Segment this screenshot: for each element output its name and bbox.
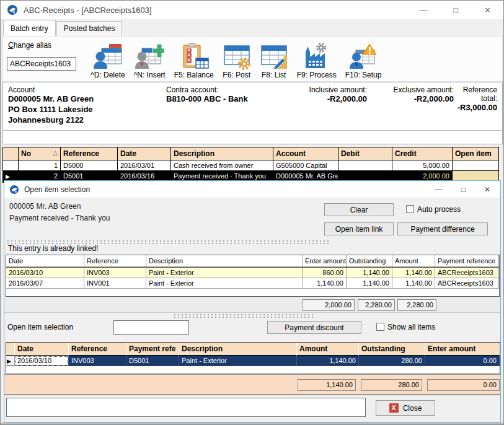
cell-no[interactable]: 1 [19, 160, 61, 171]
tab-batch-entry[interactable]: Batch entry [3, 20, 56, 36]
row-selector[interactable] [2, 160, 19, 171]
col-account[interactable]: Account [273, 147, 338, 160]
cell-date[interactable]: 2016/03/01 [118, 160, 171, 171]
cell-debit[interactable] [338, 160, 392, 171]
open-item-selection-bar: Open item selection Payment discount Sho… [4, 318, 500, 342]
col-outstanding[interactable]: Outstanding [359, 343, 425, 356]
col-reference[interactable]: Reference [61, 147, 118, 160]
show-all-items-checkbox[interactable] [376, 323, 384, 331]
reference-total-label: Reference total: [454, 85, 497, 103]
col-date[interactable]: Date [118, 147, 171, 160]
col-outstanding[interactable]: Outstanding [347, 255, 392, 267]
splitter-handle[interactable] [173, 313, 314, 318]
dialog-titlebar: Open item selection — □ ✕ [4, 181, 500, 198]
col-amount[interactable]: Amount [297, 343, 359, 356]
col-description[interactable]: Description [146, 255, 303, 267]
cell-description[interactable]: Paint - Exterior [179, 356, 297, 366]
cell-enter-amount[interactable]: 1,140.00 [303, 278, 347, 289]
delete-button[interactable]: ^D: Delete [86, 38, 130, 79]
cell-enter-amount[interactable]: 0.00 [425, 356, 500, 366]
batch-row-1[interactable]: 1 D5000 2016/03/01 Cash received from ow… [2, 160, 501, 171]
cell-date[interactable]: 2016/03/07 [6, 278, 84, 289]
close-dialog-button[interactable]: X Close [376, 400, 435, 416]
cell-open-item[interactable] [453, 160, 499, 171]
cell-description[interactable]: Paint - Exterior [146, 278, 303, 289]
sort-ascending-icon: △ [53, 149, 58, 158]
col-reference[interactable]: Reference [69, 343, 126, 356]
col-description[interactable]: Description [179, 343, 297, 356]
cell-credit[interactable]: 5,000.00 [392, 160, 453, 171]
dialog-maximize-button[interactable]: □ [461, 185, 466, 194]
insert-record-icon [135, 43, 164, 70]
account-address-2: Johannesburg 2122 [8, 115, 166, 126]
maximize-button[interactable]: □ [453, 6, 458, 15]
dialog-minimize-button[interactable]: — [435, 185, 443, 194]
linked-row-1[interactable]: 2016/03/10 INV003 Paint - Exterior 860.0… [6, 268, 499, 278]
clear-button[interactable]: Clear [324, 203, 394, 216]
auto-process-checkbox[interactable] [406, 205, 414, 213]
cell-date[interactable]: 2016/03/10 [6, 268, 84, 278]
cell-amount[interactable]: 1,140.00 [392, 268, 435, 278]
cell-date[interactable]: 2016/03/10 [15, 356, 69, 366]
insert-button[interactable]: ^N: Insert [130, 38, 170, 79]
current-row-marker-icon: ▶ [6, 173, 10, 180]
col-open-item[interactable]: Open item [453, 147, 499, 160]
cell-outstanding[interactable]: 1,140.00 [347, 278, 392, 289]
cell-reference[interactable]: D5000 [61, 160, 118, 171]
show-all-items-option: Show all items [376, 323, 435, 331]
balance-button[interactable]: F5: Balance [170, 38, 218, 79]
cell-reference[interactable]: INV001 [84, 278, 146, 289]
note-input[interactable] [6, 398, 366, 417]
total-amount: 1,140.00 [298, 379, 356, 391]
col-amount[interactable]: Amount [392, 255, 435, 267]
close-x-icon: X [389, 403, 399, 413]
account-address-1: PO Box 1111 Lakeside [8, 105, 166, 115]
tab-posted-batches[interactable]: Posted batches [56, 21, 123, 36]
dialog-close-button[interactable]: ✕ [484, 185, 490, 194]
alias-input[interactable] [7, 57, 76, 71]
minimize-button[interactable]: — [419, 6, 427, 15]
dialog-account-text: 000005 Mr. AB Green [9, 201, 110, 212]
payment-difference-button[interactable]: Payment difference [397, 222, 488, 235]
cell-payment-reference[interactable]: ABCReceipts1603 [435, 268, 499, 278]
col-no[interactable]: No △ [19, 147, 61, 160]
col-date[interactable]: Date [15, 343, 69, 356]
payment-discount-button[interactable]: Payment discount [267, 321, 361, 334]
col-credit[interactable]: Credit [392, 147, 453, 160]
col-enter-amount[interactable]: Enter amount [425, 343, 500, 356]
process-button[interactable]: F9: Process [293, 38, 341, 79]
open-item-row-selected[interactable]: ▶ 2016/03/10 INV003 D5001 Paint - Exteri… [6, 356, 500, 366]
cell-payment-reference[interactable]: D5001 [126, 356, 179, 366]
cell-outstanding[interactable]: 1,140.00 [347, 268, 392, 278]
linked-row-2[interactable]: 2016/03/07 INV001 Paint - Exterior 1,140… [6, 278, 499, 289]
col-enter-amount[interactable]: Enter amount [303, 255, 347, 267]
list-button[interactable]: F8: List [255, 38, 293, 79]
cell-amount[interactable]: 1,140.00 [392, 278, 435, 289]
cell-reference[interactable]: INV003 [84, 268, 146, 278]
cell-enter-amount[interactable]: 860.00 [303, 268, 347, 278]
col-payment-reference[interactable]: Payment refe [126, 343, 179, 356]
cell-reference[interactable]: INV003 [69, 356, 126, 366]
col-description[interactable]: Description [171, 147, 273, 160]
app-window: ABC-Receipts - [ABCReceipts1603] — □ ✕ B… [0, 0, 504, 425]
cell-outstanding[interactable]: 280.00 [359, 356, 425, 366]
cell-description[interactable]: Paint - Exterior [146, 268, 303, 278]
post-button[interactable]: F6: Post [218, 38, 255, 79]
cell-payment-reference[interactable]: ABCReceipts1603 [435, 278, 499, 289]
col-debit[interactable]: Debit [338, 147, 392, 160]
total-amount: 2,280.00 [397, 299, 436, 311]
setup-button[interactable]: F10: Setup [341, 38, 386, 79]
cell-account[interactable]: G505000 Capital [273, 160, 338, 171]
splitter-handle[interactable] [6, 240, 329, 244]
open-item-search-input[interactable] [113, 320, 189, 335]
cell-amount[interactable]: 1,140.00 [297, 356, 359, 366]
col-date[interactable]: Date [6, 255, 84, 267]
open-item-link-button[interactable]: Open item link [324, 222, 394, 235]
col-payment-reference[interactable]: Payment reference [435, 255, 499, 267]
col-reference[interactable]: Reference [84, 255, 146, 267]
close-button[interactable]: ✕ [484, 6, 491, 15]
total-enter-amount: 0.00 [427, 379, 500, 391]
total-outstanding: 280.00 [361, 379, 422, 391]
cell-description[interactable]: Cash received from owner [171, 160, 273, 171]
auto-process-option: Auto process [406, 205, 461, 214]
